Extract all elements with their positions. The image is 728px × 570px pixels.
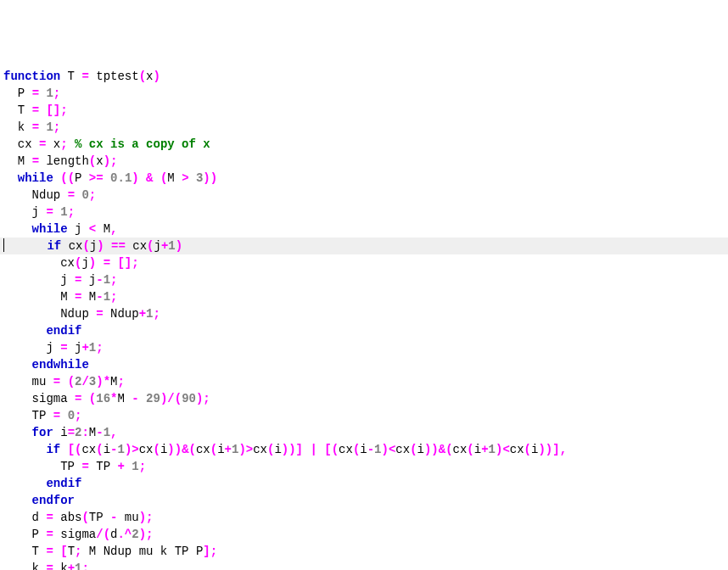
token-op: = xyxy=(96,307,103,321)
code-line[interactable]: T = [T; M Ndup mu k TP P]; xyxy=(0,543,728,560)
token-op: ; xyxy=(110,290,117,304)
token-op: = xyxy=(46,205,53,219)
token-op: > xyxy=(182,171,188,185)
indent xyxy=(3,205,32,219)
token-id: k xyxy=(53,562,68,570)
code-line[interactable]: Ndup = Ndup+1; xyxy=(0,305,728,322)
token-id: P xyxy=(75,171,89,185)
code-line[interactable]: Ndup = 0; xyxy=(0,187,728,204)
token-id: k xyxy=(18,120,32,134)
token-n: 1 xyxy=(374,443,381,456)
code-line[interactable]: T = []; xyxy=(0,102,728,119)
token-op: ; xyxy=(89,188,96,202)
indent xyxy=(3,358,32,372)
code-line[interactable]: while ((P >= 0.1) & (M > 3)) xyxy=(0,170,728,187)
token-op: = xyxy=(68,426,75,439)
token-id xyxy=(53,545,60,558)
token-op: == xyxy=(111,239,126,253)
token-id xyxy=(60,375,67,388)
token-op: + xyxy=(139,307,146,321)
token-op: - xyxy=(367,443,374,456)
token-id xyxy=(53,171,60,185)
indent xyxy=(3,477,46,490)
code-line[interactable]: if [(cx(i-1)>cx(i))&(cx(i+1)>cx(i))] | [… xyxy=(0,441,728,458)
token-op: + xyxy=(481,443,488,456)
code-line[interactable]: TP = 0; xyxy=(0,407,728,424)
code-line[interactable]: endif xyxy=(0,322,728,339)
indent xyxy=(3,409,32,422)
token-n: 1 xyxy=(60,205,67,219)
code-line[interactable]: cx(j) = []; xyxy=(0,254,728,271)
code-line[interactable]: sigma = (16*M - 29)/(90); xyxy=(0,390,728,407)
token-op: ) xyxy=(97,239,104,253)
token-id: TP xyxy=(89,460,118,473)
token-id: T xyxy=(68,545,75,558)
code-line[interactable]: j = j+1; xyxy=(0,339,728,356)
token-op: ) xyxy=(153,70,160,83)
code-line[interactable]: mu = (2/3)*M; xyxy=(0,373,728,390)
code-line[interactable]: endwhile xyxy=(0,356,728,373)
token-id: Ndup xyxy=(60,307,96,321)
indent xyxy=(3,545,32,558)
indent xyxy=(3,290,60,304)
token-op: = xyxy=(32,87,39,100)
token-op: ; xyxy=(81,562,88,570)
token-op: + xyxy=(68,562,75,570)
code-line[interactable]: j = 1; xyxy=(0,204,728,221)
code-line[interactable]: M = M-1; xyxy=(0,288,728,305)
token-n: 1 xyxy=(46,120,53,134)
code-line[interactable]: endfor xyxy=(0,492,728,509)
code-line[interactable]: endif xyxy=(0,475,728,492)
token-op: = xyxy=(53,409,60,422)
token-id xyxy=(139,392,146,405)
token-id: j xyxy=(81,256,88,270)
token-id: M xyxy=(18,154,32,168)
token-id: cx xyxy=(61,239,82,253)
token-op: = xyxy=(46,562,53,570)
token-n: 1 xyxy=(104,290,110,304)
token-op: ( xyxy=(524,443,531,456)
token-id: M xyxy=(81,290,96,304)
indent xyxy=(3,273,60,287)
code-line[interactable]: j = j-1; xyxy=(0,271,728,288)
code-line[interactable]: function T = tptest(x) xyxy=(0,68,728,85)
token-op: = xyxy=(81,460,88,473)
token-op: ( xyxy=(147,239,154,253)
token-op: )* xyxy=(96,375,110,388)
code-line[interactable]: k = 1; xyxy=(0,119,728,136)
token-op: = xyxy=(32,154,39,168)
token-op: + xyxy=(225,443,232,456)
token-id xyxy=(60,409,67,422)
text-cursor xyxy=(3,238,4,252)
token-op: ; xyxy=(153,307,160,321)
token-id: sigma xyxy=(53,528,96,541)
code-line[interactable]: k = k+1; xyxy=(0,560,728,570)
code-editor[interactable]: function T = tptest(x) P = 1; T = []; k … xyxy=(0,68,728,570)
token-id: j xyxy=(90,239,97,253)
code-line[interactable]: TP = TP + 1; xyxy=(0,458,728,475)
token-k: while xyxy=(18,171,53,185)
token-op: (( xyxy=(60,171,75,185)
code-line[interactable]: M = length(x); xyxy=(0,153,728,170)
token-op: ; xyxy=(53,120,60,134)
token-id: i xyxy=(104,443,110,456)
code-line[interactable]: P = 1; xyxy=(0,85,728,102)
token-op: = xyxy=(68,188,75,202)
token-op: .^ xyxy=(117,528,132,541)
token-op: ))&( xyxy=(167,443,196,456)
code-line[interactable]: for i=2:M-1, xyxy=(0,424,728,441)
token-id xyxy=(104,239,111,253)
token-id: mu xyxy=(117,511,138,524)
code-line[interactable]: if cx(j) == cx(j+1) xyxy=(0,238,728,254)
token-op: < xyxy=(89,222,96,236)
code-line[interactable]: cx = x; % cx is a copy of x xyxy=(0,136,728,153)
token-op: ( xyxy=(82,239,89,253)
token-id: i xyxy=(417,443,424,456)
token-k: function xyxy=(3,70,60,83)
token-id xyxy=(139,171,146,185)
token-op: )/( xyxy=(160,392,182,405)
code-line[interactable]: d = abs(TP - mu); xyxy=(0,509,728,526)
code-line[interactable]: P = sigma/(d.^2); xyxy=(0,526,728,543)
code-line[interactable]: while j < M, xyxy=(0,221,728,238)
token-id: abs xyxy=(53,511,82,524)
